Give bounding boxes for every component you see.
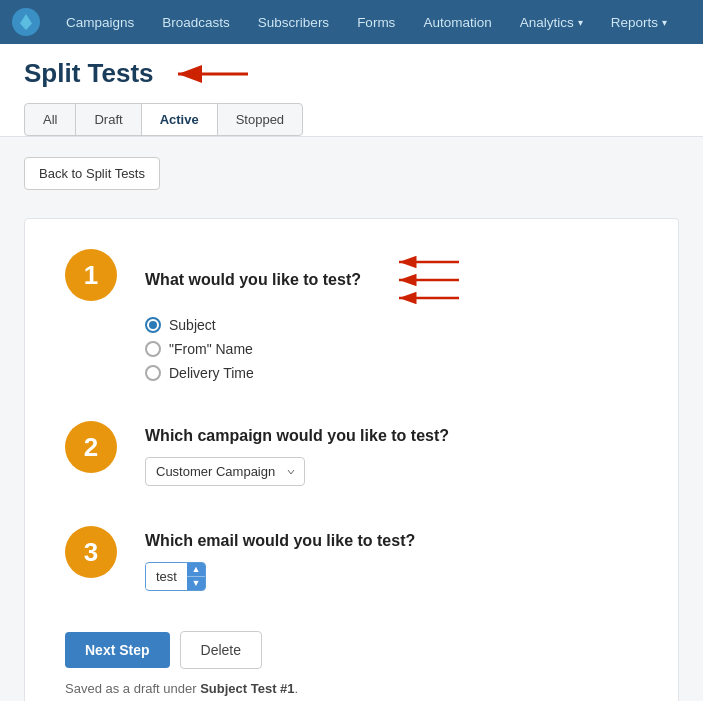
next-step-button[interactable]: Next Step: [65, 632, 170, 668]
nav-campaigns[interactable]: Campaigns: [52, 0, 148, 44]
step-1-number: 1: [65, 249, 117, 301]
nav-automation[interactable]: Automation: [409, 0, 505, 44]
tab-stopped[interactable]: Stopped: [217, 103, 303, 136]
tab-draft[interactable]: Draft: [75, 103, 141, 136]
logo: [12, 8, 40, 36]
step-3-number: 3: [65, 526, 117, 578]
logo-drop-icon: [20, 14, 32, 30]
campaign-dropdown[interactable]: Customer Campaign: [145, 457, 305, 486]
nav-forms[interactable]: Forms: [343, 0, 409, 44]
reports-arrow-icon: ▾: [662, 17, 667, 28]
step-3-question: Which email would you like to test?: [145, 532, 638, 550]
radio-subject-circle: [145, 317, 161, 333]
nav-analytics[interactable]: Analytics ▾: [506, 0, 597, 44]
stepper-up-button[interactable]: ▲: [187, 563, 205, 576]
step-2-content: Which campaign would you like to test? C…: [145, 421, 638, 486]
page-title-row: Split Tests: [24, 58, 679, 103]
nav-items: Campaigns Broadcasts Subscribers Forms A…: [52, 0, 681, 44]
radio-subject[interactable]: Subject: [145, 317, 638, 333]
step1-arrow1-icon: [391, 255, 461, 269]
stepper-arrows: ▲ ▼: [187, 563, 205, 590]
step-1: 1 What would you like to test?: [65, 249, 638, 381]
step-2-number: 2: [65, 421, 117, 473]
title-red-arrow-icon: [170, 63, 250, 85]
step-3-content: Which email would you like to test? test…: [145, 526, 638, 591]
radio-from-name[interactable]: "From" Name: [145, 341, 638, 357]
delete-button[interactable]: Delete: [180, 631, 262, 669]
stepper-value: test: [146, 564, 187, 589]
page-title: Split Tests: [24, 58, 154, 89]
nav-broadcasts[interactable]: Broadcasts: [148, 0, 244, 44]
step1-arrow3-icon: [391, 291, 461, 305]
step-1-content: What would you like to test?: [145, 249, 638, 381]
radio-delivery-time[interactable]: Delivery Time: [145, 365, 638, 381]
radio-delivery-time-circle: [145, 365, 161, 381]
step-2: 2 Which campaign would you like to test?…: [65, 421, 638, 486]
email-stepper: test ▲ ▼: [145, 562, 206, 591]
tab-all[interactable]: All: [24, 103, 76, 136]
step1-arrows: [391, 255, 461, 305]
analytics-arrow-icon: ▾: [578, 17, 583, 28]
steps-container: 1 What would you like to test?: [24, 218, 679, 701]
back-to-split-tests-button[interactable]: Back to Split Tests: [24, 157, 160, 190]
main-content: Back to Split Tests 1 What would you lik…: [0, 137, 703, 701]
saved-text: Saved as a draft under Subject Test #1.: [65, 681, 638, 696]
step-3: 3 Which email would you like to test? te…: [65, 526, 638, 591]
page-header: Split Tests All Draft Active Stopped: [0, 44, 703, 137]
step-1-options: Subject "From" Name Delivery Time: [145, 317, 638, 381]
tab-active[interactable]: Active: [141, 103, 218, 136]
stepper-down-button[interactable]: ▼: [187, 577, 205, 590]
nav-reports[interactable]: Reports ▾: [597, 0, 681, 44]
action-row: Next Step Delete: [65, 631, 638, 669]
nav-subscribers[interactable]: Subscribers: [244, 0, 343, 44]
step-2-question: Which campaign would you like to test?: [145, 427, 638, 445]
step1-arrow2-icon: [391, 273, 461, 287]
radio-from-name-circle: [145, 341, 161, 357]
saved-draft-name: Subject Test #1: [200, 681, 294, 696]
tabs: All Draft Active Stopped: [24, 103, 679, 136]
main-nav: Campaigns Broadcasts Subscribers Forms A…: [0, 0, 703, 44]
step-1-question: What would you like to test?: [145, 255, 638, 305]
